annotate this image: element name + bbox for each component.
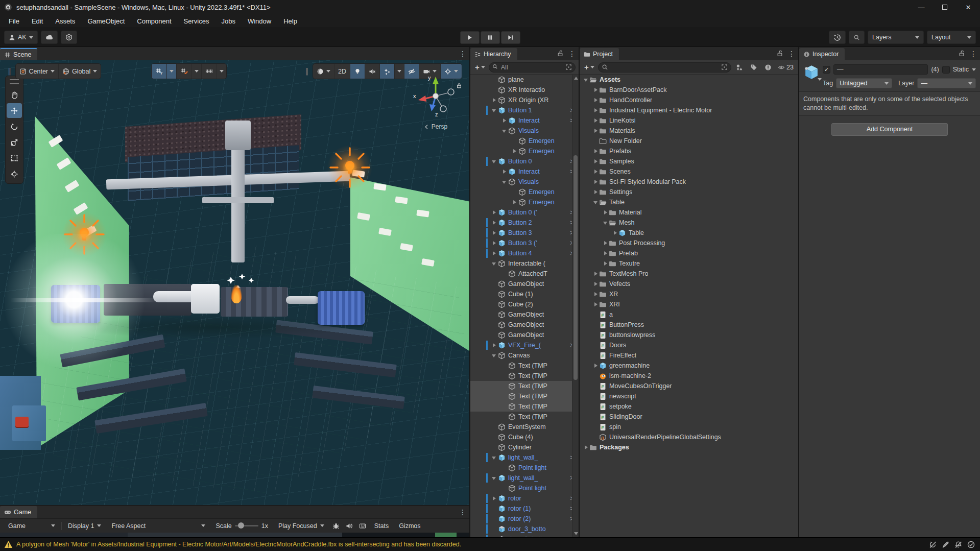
tab-inspector[interactable]: Inspector <box>799 48 845 60</box>
hierarchy-item[interactable]: GameObject <box>470 330 579 340</box>
project-item[interactable]: New Folder <box>580 136 798 146</box>
hierarchy-item[interactable]: GameObject <box>470 320 579 330</box>
stats-toggle[interactable]: Stats <box>370 519 393 533</box>
hierarchy-item[interactable]: Text (TMP <box>470 412 579 422</box>
tab-game[interactable]: Game <box>0 506 37 518</box>
hierarchy-item[interactable]: Cube (4) <box>470 432 579 442</box>
project-menu-kebab-icon[interactable]: ⋮ <box>787 50 796 57</box>
project-item[interactable]: #ButtonPress <box>580 320 798 330</box>
hierarchy-item[interactable]: VFX_Fire_(> <box>470 340 579 350</box>
minimize-button[interactable]: — <box>910 0 933 14</box>
scene-picker-icon[interactable] <box>565 64 572 70</box>
expander-icon[interactable] <box>592 269 599 279</box>
expander-icon[interactable] <box>592 177 599 187</box>
aspect-dropdown[interactable]: Free Aspect <box>107 519 209 533</box>
effects-dropdown[interactable] <box>395 64 404 79</box>
expander-icon[interactable] <box>491 340 498 350</box>
project-item[interactable]: #newscript <box>580 391 798 401</box>
hierarchy-item[interactable]: rotor (2)> <box>470 514 579 524</box>
project-add-dropdown[interactable]: + <box>583 63 596 71</box>
increment-snap-dropdown[interactable] <box>192 64 202 79</box>
expander-icon[interactable] <box>592 279 599 289</box>
project-item[interactable]: #spin <box>580 422 798 432</box>
project-item[interactable]: Table <box>580 197 798 207</box>
menu-file[interactable]: File <box>3 15 25 27</box>
expander-icon[interactable] <box>602 238 609 248</box>
hierarchy-search-input[interactable]: All <box>489 62 576 73</box>
rect-tool[interactable] <box>7 151 22 165</box>
transform-tool[interactable] <box>7 166 22 181</box>
hierarchy-item[interactable]: light_wall_> <box>470 452 579 463</box>
project-item[interactable]: #buttonslowpress <box>580 330 798 340</box>
expander-icon[interactable] <box>592 115 599 126</box>
expander-icon[interactable] <box>491 452 498 463</box>
gizmos-toggle[interactable]: Gizmos <box>395 519 424 533</box>
overlay-drag-handle[interactable]: ║ <box>7 68 12 75</box>
scroll-down-arrow[interactable] <box>574 532 578 535</box>
hierarchy-item[interactable]: Cube (2) <box>470 299 579 309</box>
project-item[interactable]: ism-machine-2 <box>580 371 798 381</box>
shading-mode-dropdown[interactable] <box>313 64 334 79</box>
project-item[interactable]: TextMesh Pro <box>580 269 798 279</box>
code-edit-off-icon[interactable] <box>942 541 949 548</box>
project-item[interactable]: {}UniversalRenderPipelineGlobalSettings <box>580 432 798 442</box>
visibility-count[interactable]: 23 <box>776 64 795 71</box>
overlay-drag-handle[interactable] <box>10 79 19 84</box>
frame-debugger-button[interactable] <box>330 519 342 533</box>
play-focus-dropdown[interactable]: Play Focused <box>274 519 328 533</box>
search-by-type-button[interactable] <box>733 62 746 73</box>
expander-icon[interactable] <box>592 361 599 371</box>
scale-slider[interactable]: Scale 1x <box>211 519 272 533</box>
expander-icon[interactable] <box>491 105 498 115</box>
layer-dropdown[interactable]: — <box>917 78 976 88</box>
expander-icon[interactable] <box>592 299 599 309</box>
menu-edit[interactable]: Edit <box>26 15 49 27</box>
project-item[interactable]: Post Processing <box>580 238 798 248</box>
search-by-label-button[interactable] <box>748 62 760 73</box>
scale-tool[interactable] <box>7 135 22 150</box>
snap-settings-dropdown[interactable] <box>217 64 226 79</box>
inspector-menu-kebab-icon[interactable]: ⋮ <box>969 50 978 57</box>
expander-icon[interactable] <box>491 228 498 238</box>
tab-hierarchy[interactable]: Hierarchy <box>470 48 517 60</box>
project-item[interactable]: Materials <box>580 126 798 136</box>
hierarchy-item[interactable]: XR Origin (XR <box>470 95 579 105</box>
maximize-button[interactable] <box>933 0 957 14</box>
project-item[interactable]: Samples <box>580 156 798 166</box>
project-item[interactable]: Scenes <box>580 166 798 177</box>
hierarchy-item[interactable]: Cylinder <box>470 442 579 452</box>
menu-services[interactable]: Services <box>178 15 215 27</box>
expander-icon[interactable] <box>491 493 498 504</box>
hierarchy-item[interactable]: Text (TMP <box>470 401 579 412</box>
scroll-up-arrow[interactable] <box>574 77 578 80</box>
hierarchy-item[interactable]: GameObject <box>470 279 579 289</box>
expander-icon[interactable] <box>583 75 589 85</box>
hierarchy-add-dropdown[interactable]: + <box>473 63 487 71</box>
hierarchy-item[interactable]: light_wall_> <box>470 473 579 483</box>
expander-icon[interactable] <box>612 228 618 238</box>
project-item[interactable]: HandController <box>580 95 798 105</box>
hierarchy-item[interactable]: Canvas <box>470 350 579 361</box>
project-item[interactable]: Prefab <box>580 248 798 258</box>
hierarchy-item[interactable]: Text (TMP <box>470 361 579 371</box>
expander-icon[interactable] <box>592 95 599 105</box>
background-tasks-done-icon[interactable] <box>967 541 975 548</box>
hierarchy-item[interactable]: Button 0> <box>470 156 579 166</box>
hierarchy-menu-kebab-icon[interactable]: ⋮ <box>567 50 577 57</box>
expander-icon[interactable] <box>501 126 508 136</box>
mute-audio-button[interactable] <box>344 519 355 533</box>
expander-icon[interactable] <box>501 166 508 177</box>
orientation-gizmo[interactable]: y x z Persp <box>411 71 460 130</box>
project-item[interactable]: Sci-Fi Styled Modular Pack <box>580 177 798 187</box>
project-item[interactable]: #a <box>580 309 798 320</box>
cloud-button[interactable] <box>41 31 58 44</box>
layers-dropdown[interactable]: Layers <box>868 31 924 44</box>
status-bar[interactable]: A polygon of Mesh 'Motor' in Assets/Indu… <box>0 537 980 551</box>
project-item[interactable]: Vefects <box>580 279 798 289</box>
expander-icon[interactable] <box>602 207 609 218</box>
hierarchy-item[interactable]: Point light <box>470 483 579 493</box>
close-button[interactable]: ✕ <box>957 0 980 14</box>
hierarchy-item[interactable]: Button 3> <box>470 228 579 238</box>
project-item[interactable]: Material <box>580 207 798 218</box>
expander-icon[interactable] <box>491 207 498 218</box>
